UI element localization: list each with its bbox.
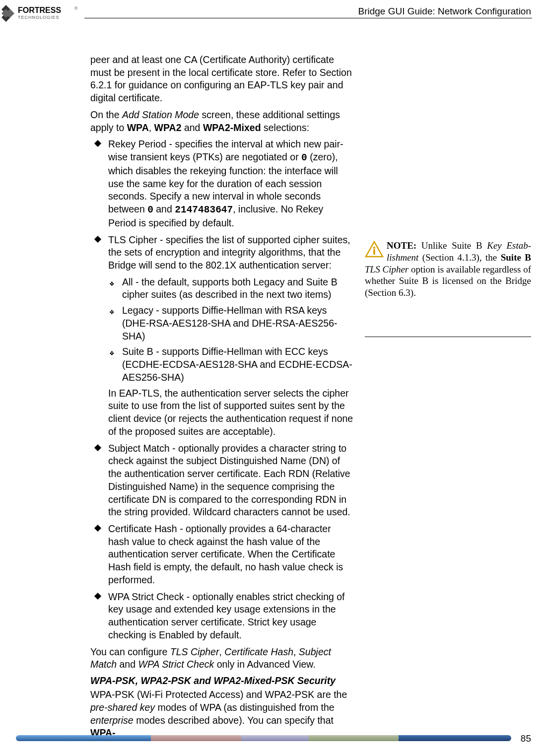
- svg-text:TECHNOLOGIES: TECHNOLOGIES: [18, 15, 60, 20]
- continuation-paragraph: In EAP-TLS, the authentication server se…: [90, 387, 353, 438]
- svg-text:FORTRESS: FORTRESS: [18, 6, 61, 14]
- sub-list-item: ❖ All - the default, supports both Legac…: [90, 276, 353, 301]
- list-item: Certificate Hash - optionally provides a…: [90, 523, 353, 587]
- diamond-bullet-icon: [94, 593, 101, 600]
- sub-list-item: ❖ Suite B - supports Diffie-Hellman with…: [90, 345, 353, 384]
- paragraph: You can configure TLS Cipher, Certificat…: [90, 646, 353, 671]
- header-guide-title: Bridge GUI Guide: Network Configuration: [358, 6, 532, 17]
- small-diamond-icon: ❖: [109, 280, 115, 288]
- sidebar-note: NOTE: Unlike Suite B Key Estab­lishment …: [365, 240, 531, 299]
- diamond-bullet-icon: [94, 444, 101, 451]
- list-item: TLS Cipher - specifies the list of suppo…: [90, 234, 353, 272]
- company-logo: FORTRESS ® TECHNOLOGIES: [0, 3, 84, 24]
- sub-list-item: ❖ Legacy - supports Diffie-Hellman with …: [90, 304, 353, 343]
- page-number: 85: [521, 733, 531, 744]
- paragraph: peer and at least one CA (Certificate Au…: [90, 54, 353, 105]
- diamond-bullet-icon: [94, 525, 101, 532]
- footer-decorative-bar: [16, 735, 511, 741]
- diamond-bullet-icon: [94, 235, 101, 242]
- svg-rect-9: [373, 249, 375, 255]
- list-item: Subject Match - optionally provides a ch…: [90, 442, 353, 519]
- small-diamond-icon: ❖: [109, 309, 115, 317]
- section-subheading: WPA-PSK, WPA2-PSK and WPA2-Mixed-PSK Sec…: [90, 675, 353, 687]
- warning-triangle-icon: [365, 241, 384, 261]
- svg-text:®: ®: [74, 6, 78, 11]
- paragraph: On the Add Station Mode screen, these ad…: [90, 109, 353, 134]
- sidebar-divider: [365, 337, 531, 337]
- list-item: Rekey Period - specifies the interval at…: [90, 138, 353, 229]
- paragraph: WPA-PSK (Wi-Fi Protected Access) and WPA…: [90, 688, 353, 740]
- note-label: NOTE:: [387, 240, 416, 251]
- small-diamond-icon: ❖: [109, 350, 115, 358]
- list-item: WPA Strict Check - optionally enables st…: [90, 591, 353, 642]
- diamond-bullet-icon: [94, 140, 101, 147]
- svg-point-8: [373, 247, 375, 249]
- header-divider: [84, 18, 532, 18]
